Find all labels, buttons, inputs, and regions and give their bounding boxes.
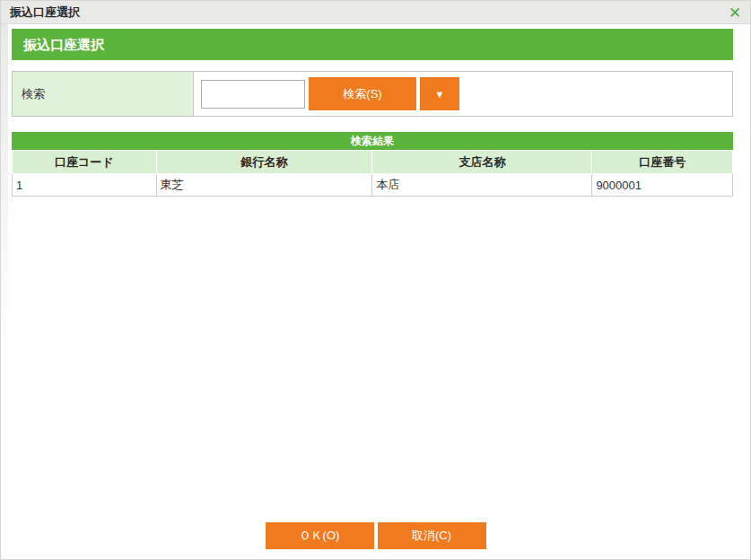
results-header-row: 口座コード 銀行名称 支店名称 口座番号 xyxy=(13,151,733,174)
cell-branch-name[interactable]: 本店 xyxy=(372,174,592,197)
section-header-title: 振込口座選択 xyxy=(23,37,104,52)
results-table: 口座コード 銀行名称 支店名称 口座番号 1 東芝 本店 9000001 xyxy=(12,150,733,197)
close-icon[interactable]: ✕ xyxy=(725,2,745,23)
ok-button[interactable]: ＯＫ(O) xyxy=(266,522,374,549)
search-dropdown-button[interactable]: ▼ xyxy=(420,77,459,110)
cell-bank-name[interactable]: 東芝 xyxy=(156,174,372,197)
column-header-bank-name: 銀行名称 xyxy=(156,151,372,174)
column-header-account-code: 口座コード xyxy=(13,151,157,174)
search-controls: 検索(S) ▼ xyxy=(194,72,732,116)
left-gutter xyxy=(1,24,8,353)
search-panel: 検索 検索(S) ▼ xyxy=(12,71,733,117)
column-header-branch-name: 支店名称 xyxy=(372,151,592,174)
column-header-account-number: 口座番号 xyxy=(592,151,733,174)
cancel-button[interactable]: 取消(C) xyxy=(378,522,486,549)
search-input[interactable] xyxy=(201,80,305,109)
search-button[interactable]: 検索(S) xyxy=(309,77,416,110)
section-header: 振込口座選択 xyxy=(12,29,733,60)
table-row[interactable]: 1 東芝 本店 9000001 xyxy=(13,174,733,197)
search-label: 検索 xyxy=(13,72,194,116)
results-panel: 検索結果 口座コード 銀行名称 支店名称 口座番号 1 東芝 本店 900000… xyxy=(12,132,733,197)
dialog-titlebar: 振込口座選択 ✕ xyxy=(1,1,750,24)
chevron-down-icon: ▼ xyxy=(435,89,445,100)
dialog-title: 振込口座選択 xyxy=(10,1,80,24)
footer-actions: ＯＫ(O) 取消(C) xyxy=(266,522,486,549)
cell-account-code[interactable]: 1 xyxy=(13,174,157,197)
cell-account-number[interactable]: 9000001 xyxy=(592,174,733,197)
results-title: 検索結果 xyxy=(12,132,733,150)
